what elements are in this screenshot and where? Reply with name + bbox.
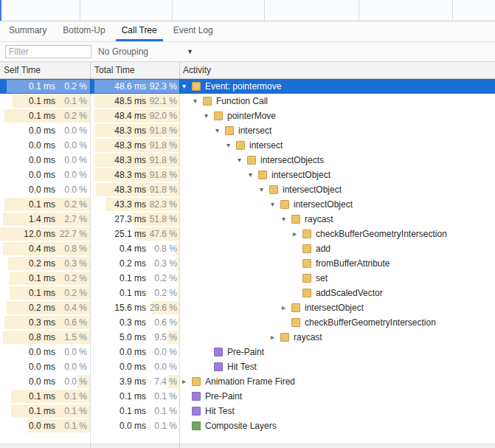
chevron-down-icon[interactable]: ▼ — [187, 42, 193, 61]
grouping-dropdown[interactable]: No Grouping — [98, 42, 148, 61]
table-row[interactable]: 0.4 ms0.8 %0.4 ms0.8 %add — [0, 241, 495, 256]
self-time-percent: 0.0 % — [64, 153, 87, 168]
activity-label: checkBufferGeometryIntersection — [305, 317, 436, 328]
table-row[interactable]: 0.1 ms0.1 %0.1 ms0.1 %Pre-Paint — [0, 389, 495, 404]
self-time-percent: 0.0 % — [64, 345, 87, 359]
grid-body: 0.1 ms0.2 %48.6 ms92.3 %▾Event: pointerm… — [0, 79, 495, 433]
total-time-value: 48.3 ms — [114, 168, 146, 182]
tab-summary[interactable]: Summary — [3, 21, 52, 41]
table-row[interactable]: 0.1 ms0.1 %0.1 ms0.1 %Hit Test — [0, 404, 495, 418]
disclosure-triangle-icon[interactable]: ▾ — [193, 94, 203, 108]
table-row[interactable]: 0.1 ms0.2 %0.1 ms0.2 %addScaledVector — [0, 286, 495, 300]
table-row[interactable]: 0.1 ms0.2 %48.4 ms92.0 %▾pointerMove — [0, 108, 495, 123]
table-row[interactable]: 1.4 ms2.7 %27.3 ms51.8 %▾raycast — [0, 212, 495, 227]
horizontal-scrollbar-track[interactable] — [0, 444, 495, 448]
table-row[interactable]: 12.0 ms22.7 %25.1 ms47.6 %▸checkBufferGe… — [0, 227, 495, 241]
column-header-total-time[interactable]: Total Time — [94, 62, 135, 78]
disclosure-triangle-icon[interactable]: ▸ — [271, 330, 280, 345]
self-time-cell: 12.0 ms22.7 % — [0, 227, 90, 241]
table-row[interactable]: 0.0 ms0.0 %48.3 ms91.8 %▾intersect — [0, 138, 495, 153]
tree-indent — [179, 131, 215, 131]
disclosure-triangle-icon[interactable]: ▾ — [282, 212, 291, 227]
tree-indent — [179, 249, 293, 249]
column-header-self-time[interactable]: Self Time — [4, 62, 41, 78]
self-time-percent: 0.0 % — [64, 359, 87, 374]
table-row[interactable]: 0.8 ms1.5 %5.0 ms9.5 %▸raycast — [0, 330, 495, 345]
table-row[interactable]: 0.3 ms0.6 %0.3 ms0.6 %checkBufferGeometr… — [0, 315, 495, 330]
total-time-percent: 7.4 % — [154, 374, 177, 389]
tab-bottom-up[interactable]: Bottom-Up — [57, 21, 111, 41]
table-row[interactable]: 0.1 ms0.1 %48.5 ms92.1 %▾Function Call — [0, 94, 495, 108]
total-time-cell: 48.3 ms91.8 % — [90, 153, 179, 168]
table-row[interactable]: 0.1 ms0.2 %43.3 ms82.3 %▾intersectObject — [0, 197, 495, 212]
table-row[interactable]: 0.0 ms0.0 %0.0 ms0.0 %Pre-Paint — [0, 345, 495, 359]
disclosure-triangle-icon[interactable]: ▾ — [215, 123, 225, 138]
self-time-cell: 0.2 ms0.3 % — [0, 256, 90, 271]
scripting-category-swatch-icon — [225, 126, 234, 135]
tree-indent — [179, 337, 271, 338]
tab-event-log[interactable]: Event Log — [167, 21, 219, 41]
table-row[interactable]: 0.2 ms0.3 %0.2 ms0.3 %fromBufferAttribut… — [0, 256, 495, 271]
self-time-cell: 0.0 ms0.0 % — [0, 123, 90, 138]
scripting-category-swatch-icon — [302, 244, 311, 253]
activity-cell: checkBufferGeometryIntersection — [179, 315, 495, 330]
table-row[interactable]: 0.0 ms0.0 %48.3 ms91.8 %▾intersectObject — [0, 168, 495, 182]
activity-label: checkBufferGeometryIntersection — [316, 229, 447, 239]
total-time-cell: 5.0 ms9.5 % — [90, 330, 179, 345]
column-resizer-total-activity[interactable] — [179, 62, 180, 448]
tree-indent — [179, 278, 293, 279]
self-time-value: 0.3 ms — [29, 315, 55, 330]
tree-indent — [179, 234, 293, 235]
disclosure-triangle-icon[interactable]: ▸ — [282, 300, 291, 315]
activity-cell: add — [179, 241, 495, 256]
scripting-category-swatch-icon — [203, 97, 212, 106]
activity-cell: ▸raycast — [179, 330, 495, 345]
total-time-percent: 92.3 % — [150, 79, 177, 94]
self-time-percent: 0.0 % — [64, 168, 87, 182]
total-time-percent: 0.1 % — [154, 389, 177, 404]
self-time-percent: 22.7 % — [60, 227, 87, 241]
self-time-value: 12.0 ms — [24, 227, 55, 241]
tab-call-tree[interactable]: Call Tree — [116, 21, 163, 41]
self-time-cell: 1.4 ms2.7 % — [0, 212, 90, 227]
self-time-cell: 0.1 ms0.1 % — [0, 389, 90, 404]
table-row[interactable]: 0.2 ms0.4 %15.6 ms29.6 %▸intersectObject — [0, 300, 495, 315]
disclosure-triangle-icon[interactable]: ▾ — [271, 197, 280, 212]
self-time-percent: 0.4 % — [64, 300, 87, 315]
activity-label: Pre-Paint — [205, 391, 242, 402]
activity-cell: set — [179, 271, 495, 286]
disclosure-triangle-icon[interactable]: ▾ — [182, 79, 192, 94]
activity-label: raycast — [294, 332, 322, 342]
table-row[interactable]: 0.0 ms0.0 %0.0 ms0.0 %Hit Test — [0, 359, 495, 374]
table-row[interactable]: 0.0 ms0.0 %3.9 ms7.4 %▸Animation Frame F… — [0, 374, 495, 389]
column-resizer-self-total[interactable] — [90, 62, 91, 448]
disclosure-triangle-icon[interactable]: ▸ — [293, 227, 302, 241]
total-time-value: 0.1 ms — [120, 404, 146, 418]
table-row[interactable]: 0.0 ms0.0 %48.3 ms91.8 %▾intersectObject… — [0, 153, 495, 168]
disclosure-triangle-icon[interactable]: ▾ — [226, 138, 236, 153]
table-row[interactable]: 0.0 ms0.0 %48.3 ms91.8 %▾intersect — [0, 123, 495, 138]
total-time-percent: 0.8 % — [154, 241, 177, 256]
self-time-cell: 0.0 ms0.0 % — [0, 153, 90, 168]
table-row[interactable]: 0.1 ms0.2 %48.6 ms92.3 %▾Event: pointerm… — [0, 79, 495, 94]
filter-input[interactable] — [5, 45, 91, 58]
total-time-cell: 48.3 ms91.8 % — [90, 138, 179, 153]
total-time-cell: 0.0 ms0.0 % — [90, 345, 179, 359]
total-time-percent: 91.8 % — [150, 182, 177, 197]
disclosure-triangle-icon[interactable]: ▾ — [249, 168, 258, 182]
track-divider — [80, 0, 80, 21]
table-row[interactable]: 0.0 ms0.0 %48.3 ms91.8 %▾intersectObject — [0, 182, 495, 197]
self-time-percent: 0.2 % — [64, 79, 87, 94]
activity-label: pointerMove — [227, 111, 276, 121]
disclosure-triangle-icon[interactable]: ▾ — [260, 182, 269, 197]
total-time-percent: 0.1 % — [154, 404, 177, 418]
disclosure-triangle-icon[interactable]: ▾ — [204, 108, 214, 123]
column-header-activity[interactable]: Activity — [183, 62, 211, 78]
table-row[interactable]: 0.0 ms0.1 %0.0 ms0.1 %Composite Layers — [0, 418, 495, 433]
table-row[interactable]: 0.1 ms0.2 %0.1 ms0.2 %set — [0, 271, 495, 286]
disclosure-triangle-icon[interactable]: ▸ — [182, 374, 192, 389]
self-time-percent: 0.0 % — [64, 182, 87, 197]
activity-cell: ▸checkBufferGeometryIntersection — [179, 227, 495, 241]
disclosure-triangle-icon[interactable]: ▾ — [238, 153, 247, 168]
scripting-category-swatch-icon — [214, 111, 223, 120]
